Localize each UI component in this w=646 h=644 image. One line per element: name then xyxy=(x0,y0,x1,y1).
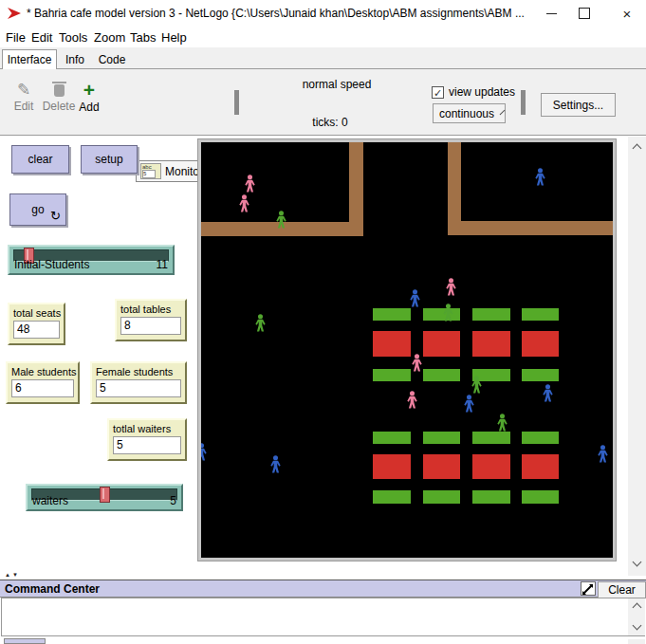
monitor-male-students: Male students 6 xyxy=(6,361,80,404)
observer-prompt-partial[interactable] xyxy=(4,638,46,644)
command-center-header: Command Center Clear xyxy=(0,580,646,598)
view-updates-control[interactable]: ✓ view updates xyxy=(432,85,515,99)
monitor-female-students: Female students 5 xyxy=(90,361,187,404)
title-bar[interactable]: * Bahria cafe model version 3 - NetLogo … xyxy=(0,0,646,27)
speed-label: normal speed xyxy=(303,78,372,91)
seat-bench xyxy=(472,308,510,321)
menu-tools[interactable]: Tools xyxy=(59,30,87,45)
maximize-button[interactable] xyxy=(565,0,603,27)
table xyxy=(423,331,460,357)
close-icon: × xyxy=(623,7,632,21)
command-center-splitter[interactable]: ▲▼ xyxy=(5,572,20,578)
delete-tool-button[interactable]: Delete xyxy=(42,82,76,113)
monitor-total-seats: total seats 48 xyxy=(8,303,65,345)
monitor-widget-icon: abc 5 xyxy=(140,163,161,179)
command-center-title: Command Center xyxy=(5,582,100,596)
pink-person-icon xyxy=(405,391,419,409)
slider-value: 11 xyxy=(157,258,168,271)
seat-bench xyxy=(522,369,559,381)
table xyxy=(373,331,411,357)
forever-icon: ↻ xyxy=(50,210,61,222)
seat-bench xyxy=(373,369,411,381)
seat-bench xyxy=(373,490,411,504)
toolbar: ✎ Edit Delete + Add abc 5 Monitor ▼ norm… xyxy=(0,69,646,136)
setup-button[interactable]: setup xyxy=(81,145,138,174)
green-person-icon xyxy=(441,304,455,322)
command-center-clear-button[interactable]: Clear xyxy=(598,581,646,598)
toolbar-separator xyxy=(234,90,239,115)
blue-person-icon xyxy=(596,445,610,463)
menu-help[interactable]: Help xyxy=(161,30,187,45)
green-person-icon xyxy=(495,414,509,432)
table xyxy=(472,454,510,479)
netlogo-logo-icon xyxy=(7,7,22,20)
monitor-total-tables: total tables 8 xyxy=(115,299,187,341)
edit-tool-button[interactable]: ✎ Edit xyxy=(9,80,38,113)
add-tool-button[interactable]: + Add xyxy=(76,80,102,114)
seat-bench xyxy=(472,432,510,444)
seat-bench xyxy=(423,369,460,381)
scroll-down-icon[interactable] xyxy=(632,621,641,631)
view-updates-label: view updates xyxy=(449,85,515,99)
seat-bench xyxy=(373,308,411,321)
netlogo-window: { "window": { "title": "* Bahria cafe mo… xyxy=(0,0,646,644)
initial-students-slider[interactable]: Initial-Students 11 xyxy=(8,245,175,275)
scroll-up-icon[interactable] xyxy=(633,144,642,154)
go-button[interactable]: go ↻ xyxy=(9,193,66,226)
seat-bench xyxy=(423,490,460,504)
seat-bench xyxy=(522,308,559,321)
menu-tabs[interactable]: Tabs xyxy=(130,30,156,45)
blue-person-icon xyxy=(198,443,209,461)
table xyxy=(522,331,559,357)
seat-bench xyxy=(373,432,411,444)
minimize-button[interactable] xyxy=(532,0,570,27)
seat-bench xyxy=(522,432,559,444)
command-center-output[interactable] xyxy=(1,598,645,636)
waiters-slider[interactable]: waiters 5 xyxy=(26,484,183,511)
green-person-icon xyxy=(274,211,288,229)
maximize-icon xyxy=(579,8,590,19)
clear-button[interactable]: clear xyxy=(11,145,69,174)
settings-button[interactable]: Settings... xyxy=(541,93,616,117)
slider-label: waiters xyxy=(32,494,68,507)
seat-bench xyxy=(522,490,559,504)
menu-edit[interactable]: Edit xyxy=(31,30,52,45)
view-updates-checkbox[interactable]: ✓ xyxy=(432,86,444,99)
table xyxy=(373,454,411,479)
world-view[interactable] xyxy=(198,139,616,561)
blue-person-icon xyxy=(408,289,422,307)
scroll-up-icon[interactable] xyxy=(632,603,641,613)
tab-code[interactable]: Code xyxy=(93,49,131,69)
close-button[interactable]: × xyxy=(608,0,646,27)
expand-arrows-icon xyxy=(581,583,595,596)
plus-icon: + xyxy=(83,79,95,101)
blue-person-icon xyxy=(462,395,476,413)
tab-bar: Interface Info Code xyxy=(0,47,646,69)
table xyxy=(472,331,510,357)
command-center-scrollbar[interactable] xyxy=(628,598,645,635)
pink-person-icon xyxy=(237,194,251,212)
tab-interface[interactable]: Interface xyxy=(2,49,57,69)
slider-label: Initial-Students xyxy=(14,258,89,271)
update-mode-dropdown[interactable]: continuous xyxy=(433,103,506,123)
main-vertical-scrollbar[interactable] xyxy=(628,137,646,576)
menu-bar: File Edit Tools Zoom Tabs Help xyxy=(0,27,646,47)
minimize-icon xyxy=(546,13,557,14)
chevron-down-icon xyxy=(500,109,506,115)
window-title: * Bahria cafe model version 3 - NetLogo … xyxy=(27,7,525,20)
green-person-icon xyxy=(253,314,268,332)
pink-person-icon xyxy=(243,175,257,193)
pencil-icon: ✎ xyxy=(17,81,30,99)
command-center-expand-button[interactable] xyxy=(581,581,596,596)
seat-bench xyxy=(423,432,460,444)
scroll-down-icon[interactable] xyxy=(633,558,642,567)
slider-value: 5 xyxy=(170,494,176,507)
pink-person-icon xyxy=(410,354,424,372)
tab-info[interactable]: Info xyxy=(59,49,91,69)
trash-icon xyxy=(54,84,65,97)
blue-person-icon xyxy=(541,384,555,402)
menu-zoom[interactable]: Zoom xyxy=(94,30,125,45)
blue-person-icon xyxy=(268,455,283,473)
monitor-totlal-waiters: totlal waiters 5 xyxy=(107,418,187,461)
menu-file[interactable]: File xyxy=(6,30,26,45)
